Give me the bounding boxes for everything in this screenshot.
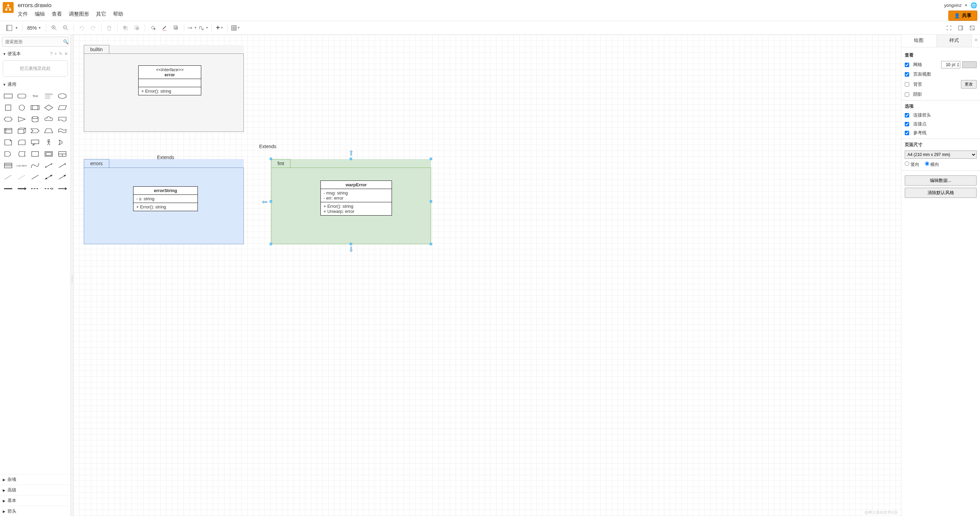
redo-icon[interactable] <box>88 23 99 33</box>
delete-icon[interactable] <box>104 23 115 33</box>
shape-actor[interactable] <box>43 137 55 148</box>
shape-rect[interactable] <box>2 91 14 101</box>
insert-icon[interactable]: +▼ <box>215 23 225 33</box>
grid-checkbox[interactable] <box>905 63 909 67</box>
format-panel-icon[interactable] <box>956 23 966 33</box>
shape-step[interactable] <box>29 126 41 136</box>
section-arrows[interactable]: ▶箭头 <box>0 506 70 516</box>
grid-color-swatch[interactable] <box>962 61 977 68</box>
zoom-value[interactable]: 85% <box>27 25 37 31</box>
zoom-in-icon[interactable] <box>49 23 59 33</box>
shape-dotted[interactable] <box>16 172 28 182</box>
username[interactable]: yongxinz <box>944 3 962 8</box>
shape-roundrect[interactable] <box>16 91 28 101</box>
edge-label-extends-2[interactable]: Extends <box>259 144 277 149</box>
landscape-radio[interactable]: 横向 <box>925 161 939 167</box>
view-mode-icon[interactable] <box>4 23 14 33</box>
share-button[interactable]: 👤 共享 <box>948 11 977 21</box>
shape-list[interactable] <box>2 161 14 171</box>
close-icon[interactable]: ✕ <box>972 35 980 47</box>
section-advanced[interactable]: ▶高级 <box>0 485 70 495</box>
shape-trapezoid[interactable] <box>43 126 55 136</box>
nav-arrow-left[interactable]: ⬅ <box>261 197 268 207</box>
shape-link2[interactable] <box>16 184 28 194</box>
pageview-checkbox[interactable] <box>905 72 909 76</box>
scratchpad-dropzone[interactable]: 把元素拖至此处 <box>3 60 68 76</box>
shape-process[interactable] <box>29 102 41 113</box>
connection-icon[interactable]: ▼ <box>187 23 197 33</box>
shape-hcontainer[interactable] <box>56 149 68 159</box>
shape-link4[interactable] <box>43 184 55 194</box>
edit-data-button[interactable]: 编辑数据... <box>905 175 977 186</box>
nav-arrow-down[interactable]: ⬇ <box>348 245 354 254</box>
shape-cylinder[interactable] <box>29 114 41 124</box>
shape-ellipse[interactable] <box>56 91 68 101</box>
bg-checkbox[interactable] <box>905 82 909 86</box>
chevron-down-icon[interactable]: ▼ <box>38 26 41 30</box>
shape-link3[interactable] <box>29 184 41 194</box>
shape-curve[interactable] <box>29 161 41 171</box>
shape-document[interactable] <box>56 114 68 124</box>
shape-or[interactable] <box>56 137 68 148</box>
fullscreen-icon[interactable] <box>944 23 954 33</box>
menu-shape[interactable]: 调整图形 <box>69 11 89 17</box>
pencil-icon[interactable]: ✎ <box>59 51 62 56</box>
shape-arrow2[interactable] <box>56 172 68 182</box>
search-icon[interactable]: 🔍 <box>63 39 68 44</box>
shape-and[interactable] <box>2 149 14 159</box>
shape-circle[interactable] <box>16 102 28 113</box>
class-errorString[interactable]: errorString - s: string + Error(): strin… <box>133 186 198 211</box>
conn-arrows-checkbox[interactable] <box>905 113 909 118</box>
shape-internal-storage[interactable] <box>2 126 14 136</box>
conn-points-checkbox[interactable] <box>905 122 909 126</box>
shape-parallelogram[interactable] <box>56 102 68 113</box>
menu-help[interactable]: 帮助 <box>113 11 123 17</box>
pagesize-select[interactable]: A4 (210 mm x 297 mm) <box>905 151 977 159</box>
shape-hexagon[interactable] <box>2 114 14 124</box>
nav-arrow-up[interactable]: ⬆ <box>348 149 354 158</box>
splitter-left[interactable] <box>71 35 73 516</box>
class-warpError[interactable]: warpError - msg: string - err: error + E… <box>320 180 392 216</box>
menu-file[interactable]: 文件 <box>18 11 28 17</box>
to-front-icon[interactable] <box>120 23 130 33</box>
tab-diagram[interactable]: 绘图 <box>901 35 937 47</box>
outline-icon[interactable] <box>967 23 977 33</box>
scratchpad-header[interactable]: ▼ 便笺本 ? + ✎ ✕ <box>0 49 70 59</box>
shape-biarrow2[interactable] <box>43 172 55 182</box>
section-general[interactable]: ▼ 通用 <box>0 80 70 89</box>
shadow-icon[interactable] <box>171 23 181 33</box>
class-error[interactable]: <<Interface>>error + Error(): string <box>138 65 201 95</box>
shape-card[interactable] <box>16 137 28 148</box>
edge-label-extends-1[interactable]: Extends <box>157 154 174 160</box>
shape-data-storage[interactable] <box>16 149 28 159</box>
fill-color-icon[interactable] <box>148 23 158 33</box>
shape-list-item[interactable]: List item <box>16 161 28 171</box>
shadow-checkbox[interactable] <box>905 92 909 97</box>
grid-size-input[interactable]: pt ▲▼ <box>941 61 960 68</box>
shape-diamond[interactable] <box>43 102 55 113</box>
section-misc[interactable]: ▶杂项 <box>0 474 70 485</box>
waypoints-icon[interactable]: ▼ <box>199 23 209 33</box>
shape-frame[interactable] <box>43 149 55 159</box>
menu-edit[interactable]: 编辑 <box>35 11 45 17</box>
clear-style-button[interactable]: 清除默认风格 <box>905 188 977 198</box>
shape-callout[interactable] <box>29 137 41 148</box>
shape-biarrow[interactable] <box>43 161 55 171</box>
shape-square[interactable] <box>2 102 14 113</box>
shape-link5[interactable] <box>56 184 68 194</box>
shape-cloud[interactable] <box>43 114 55 124</box>
section-basic[interactable]: ▶基本 <box>0 495 70 506</box>
shape-note[interactable] <box>2 137 14 148</box>
zoom-out-icon[interactable] <box>60 23 71 33</box>
shape-heading[interactable]: Heading━━━━━━━━ <box>43 91 55 101</box>
shape-container[interactable] <box>29 149 41 159</box>
line-color-icon[interactable] <box>159 23 170 33</box>
portrait-radio[interactable]: 竖向 <box>905 161 920 167</box>
chevron-down-icon[interactable]: ▼ <box>15 26 18 30</box>
close-icon[interactable]: ✕ <box>64 51 68 56</box>
chevron-down-icon[interactable]: ▼ <box>964 3 968 7</box>
undo-icon[interactable] <box>76 23 87 33</box>
menu-extras[interactable]: 其它 <box>96 11 106 17</box>
shape-tape[interactable] <box>56 126 68 136</box>
shape-text[interactable]: Text <box>29 91 41 101</box>
